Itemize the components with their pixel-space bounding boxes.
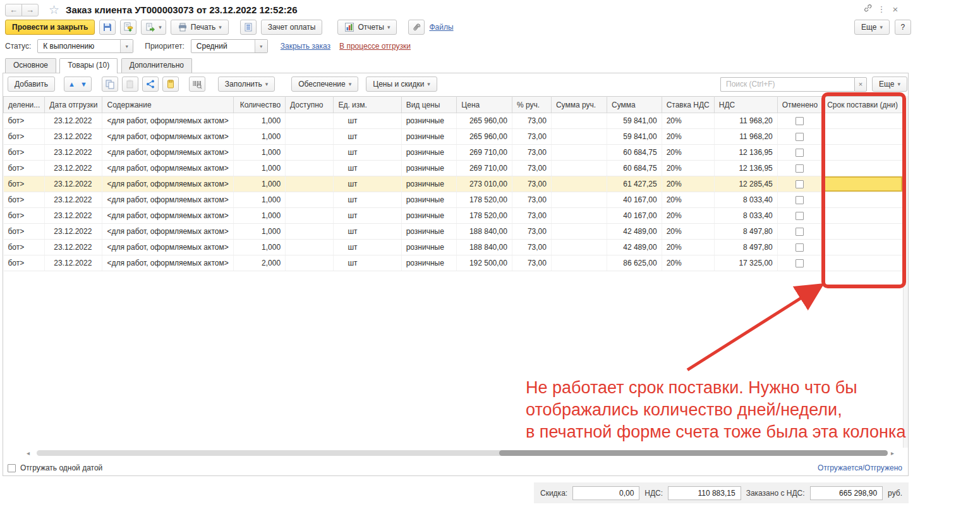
table-cell[interactable]: бот> bbox=[4, 224, 45, 240]
priority-select[interactable]: Средний ▾ bbox=[191, 39, 268, 53]
table-cell[interactable]: 8 497,80 bbox=[714, 224, 777, 240]
table-cell[interactable] bbox=[551, 224, 607, 240]
table-cell[interactable]: 178 520,00 bbox=[457, 192, 512, 208]
table-cell[interactable]: 23.12.2022 bbox=[45, 176, 102, 192]
cancelled-checkbox[interactable] bbox=[795, 196, 804, 204]
scroll-left-icon[interactable]: ◂ bbox=[27, 450, 30, 457]
table-cell[interactable]: 23.12.2022 bbox=[45, 113, 102, 129]
column-header[interactable]: Сумма руч. bbox=[551, 97, 607, 113]
table-cell[interactable]: 59 841,00 bbox=[607, 113, 662, 129]
table-cell[interactable]: 20% bbox=[662, 255, 714, 271]
more-menu-icon[interactable]: ⋮ bbox=[874, 4, 888, 14]
cancelled-checkbox[interactable] bbox=[795, 243, 804, 252]
table-cell[interactable]: шт bbox=[334, 176, 401, 192]
table-cell[interactable]: розничные bbox=[401, 129, 457, 145]
table-cell[interactable] bbox=[286, 161, 334, 176]
prices-discounts-button[interactable]: Цены и скидки ▾ bbox=[366, 77, 437, 92]
table-cell[interactable]: 2,000 bbox=[233, 255, 285, 271]
print-button[interactable]: Печать ▾ bbox=[171, 20, 229, 35]
table-cell[interactable]: 8 033,40 bbox=[714, 192, 777, 208]
table-cell[interactable]: <для работ, оформляемых актом> bbox=[102, 240, 233, 255]
cancelled-checkbox[interactable] bbox=[795, 212, 804, 220]
table-cell[interactable]: 1,000 bbox=[233, 240, 285, 255]
table-cell[interactable]: 23.12.2022 bbox=[45, 224, 102, 240]
table-cell[interactable]: 20% bbox=[662, 113, 714, 129]
chevron-down-icon[interactable]: ▾ bbox=[255, 40, 267, 52]
table-cell[interactable]: бот> bbox=[4, 129, 45, 145]
table-cell[interactable]: розничные bbox=[401, 240, 457, 255]
table-cell[interactable]: 12 136,95 bbox=[714, 161, 777, 176]
back-button[interactable]: ← bbox=[5, 4, 22, 16]
table-cell[interactable]: 42 489,00 bbox=[607, 224, 662, 240]
table-cell[interactable]: 178 520,00 bbox=[457, 208, 512, 224]
table-cell[interactable] bbox=[777, 255, 822, 271]
column-header[interactable]: % руч. bbox=[512, 97, 551, 113]
table-cell[interactable]: 73,00 bbox=[512, 192, 551, 208]
table-cell[interactable]: 20% bbox=[662, 192, 714, 208]
table-cell[interactable]: бот> bbox=[4, 192, 45, 208]
cancelled-checkbox[interactable] bbox=[795, 259, 804, 267]
ordered-with-vat-field[interactable]: 665 298,90 bbox=[810, 486, 883, 500]
more-button[interactable]: Еще ▾ bbox=[854, 20, 890, 35]
table-cell[interactable] bbox=[551, 113, 607, 129]
search-input[interactable] bbox=[720, 77, 854, 92]
attachments-button[interactable] bbox=[408, 20, 425, 35]
table-cell[interactable]: 20% bbox=[662, 208, 714, 224]
table-cell[interactable] bbox=[286, 129, 334, 145]
table-row[interactable]: бот>23.12.2022<для работ, оформляемых ак… bbox=[4, 240, 903, 255]
table-cell[interactable]: 23.12.2022 bbox=[45, 208, 102, 224]
table-cell[interactable] bbox=[777, 145, 822, 161]
table-cell[interactable]: 23.12.2022 bbox=[45, 192, 102, 208]
tab-additional[interactable]: Дополнительно bbox=[121, 58, 192, 73]
table-cell[interactable]: <для работ, оформляемых актом> bbox=[102, 145, 233, 161]
table-cell[interactable]: шт bbox=[334, 129, 401, 145]
search-clear-icon[interactable]: × bbox=[854, 77, 867, 92]
table-cell[interactable]: шт bbox=[334, 192, 401, 208]
create-based-on-button[interactable]: ▾ bbox=[141, 20, 166, 35]
column-header[interactable]: Сумма bbox=[607, 97, 662, 113]
table-cell[interactable]: <для работ, оформляемых актом> bbox=[102, 176, 233, 192]
table-row[interactable]: бот>23.12.2022<для работ, оформляемых ак… bbox=[4, 176, 903, 192]
table-cell[interactable]: бот> bbox=[4, 255, 45, 271]
table-cell[interactable] bbox=[286, 113, 334, 129]
table-cell[interactable] bbox=[777, 129, 822, 145]
column-header[interactable]: Вид цены bbox=[401, 97, 457, 113]
scroll-right-icon[interactable]: ▸ bbox=[891, 450, 894, 457]
table-cell[interactable]: розничные bbox=[401, 224, 457, 240]
table-cell[interactable]: <для работ, оформляемых актом> bbox=[102, 113, 233, 129]
move-up-icon[interactable]: ▲ bbox=[68, 80, 75, 88]
table-cell[interactable]: 20% bbox=[662, 161, 714, 176]
column-header[interactable]: Содержание bbox=[102, 97, 233, 113]
close-order-link[interactable]: Закрыть заказ bbox=[281, 42, 330, 51]
table-row[interactable]: бот>23.12.2022<для работ, оформляемых ак… bbox=[4, 113, 903, 129]
table-row[interactable]: бот>23.12.2022<для работ, оформляемых ак… bbox=[4, 224, 903, 240]
table-cell[interactable] bbox=[777, 176, 822, 192]
table-cell[interactable]: 20% bbox=[662, 224, 714, 240]
column-header[interactable]: Ед. изм. bbox=[334, 97, 401, 113]
table-cell[interactable]: 23.12.2022 bbox=[45, 161, 102, 176]
table-cell[interactable] bbox=[551, 255, 607, 271]
status-select[interactable]: К выполнению ▾ bbox=[37, 39, 133, 53]
table-cell[interactable]: 1,000 bbox=[233, 176, 285, 192]
table-cell[interactable]: розничные bbox=[401, 176, 457, 192]
payment-offset-button[interactable]: Зачет оплаты bbox=[261, 20, 323, 35]
discount-field[interactable]: 0,00 bbox=[572, 486, 639, 500]
table-cell[interactable]: 188 840,00 bbox=[457, 224, 512, 240]
table-cell[interactable]: <для работ, оформляемых актом> bbox=[102, 161, 233, 176]
reports-button[interactable]: Отчеты ▾ bbox=[337, 20, 397, 35]
close-icon[interactable]: × bbox=[888, 4, 902, 15]
table-cell[interactable]: 188 840,00 bbox=[457, 240, 512, 255]
table-cell[interactable]: 73,00 bbox=[512, 176, 551, 192]
table-cell[interactable] bbox=[551, 240, 607, 255]
favorite-star-icon[interactable]: ☆ bbox=[49, 3, 59, 17]
table-cell[interactable]: 42 489,00 bbox=[607, 240, 662, 255]
column-header[interactable]: Отменено bbox=[777, 97, 822, 113]
table-cell[interactable]: <для работ, оформляемых актом> bbox=[102, 224, 233, 240]
table-cell[interactable]: розничные bbox=[401, 208, 457, 224]
table-cell[interactable]: 73,00 bbox=[512, 255, 551, 271]
supply-button[interactable]: Обеспечение ▾ bbox=[291, 77, 358, 92]
table-cell[interactable] bbox=[777, 192, 822, 208]
ship-single-date-checkbox[interactable] bbox=[8, 464, 16, 472]
table-cell[interactable]: 1,000 bbox=[233, 224, 285, 240]
table-cell[interactable]: 12 285,45 bbox=[714, 176, 777, 192]
